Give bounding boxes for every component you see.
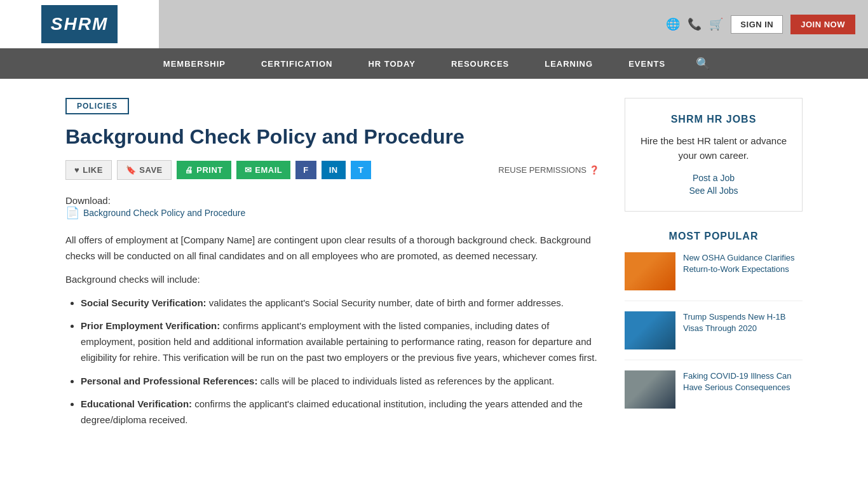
list-item: Personal and Professional References: ca… (81, 374, 599, 390)
email-button[interactable]: ✉ EMAIL (236, 161, 290, 179)
hr-jobs-widget: SHRM HR JOBS Hire the best HR talent or … (625, 98, 803, 212)
logo-section: SHRM (0, 0, 159, 48)
twitter-icon: t (358, 165, 363, 175)
content-area: POLICIES Background Check Policy and Pro… (65, 98, 599, 436)
item-term-1: Social Security Verification: (81, 297, 207, 308)
item-text-3: calls will be placed to individuals list… (257, 376, 554, 386)
like-label: LIKE (83, 165, 103, 175)
thumbnail-image-osha (625, 252, 675, 290)
sign-in-button[interactable]: SIGN IN (731, 15, 783, 34)
item-term-3: Personal and Professional References: (81, 376, 257, 386)
article-title: Background Check Policy and Procedure (65, 125, 599, 149)
most-popular-title: MOST POPULAR (625, 231, 803, 242)
reuse-permissions-button[interactable]: REUSE PERMISSIONS ❓ (498, 165, 599, 175)
email-icon: ✉ (245, 165, 252, 175)
hr-jobs-description: Hire the best HR talent or advance your … (638, 134, 789, 163)
list-item: Educational Verification: confirms the a… (81, 396, 599, 428)
most-popular-widget: MOST POPULAR New OSHA Guidance Clarifies… (625, 231, 803, 419)
popular-item-1: New OSHA Guidance Clarifies Return-to-Wo… (625, 252, 803, 301)
thumbnail-image-covid (625, 370, 675, 409)
action-bar: ♥ LIKE 🔖 SAVE 🖨 PRINT ✉ EMAIL f in (65, 160, 599, 180)
top-bar: SHRM 🌐 📞 🛒 SIGN IN JOIN NOW (0, 0, 868, 48)
download-link[interactable]: 📄 Background Check Policy and Procedure (65, 206, 599, 220)
print-button[interactable]: 🖨 PRINT (177, 161, 231, 179)
sidebar: SHRM HR JOBS Hire the best HR talent or … (625, 98, 803, 436)
popular-link-1[interactable]: New OSHA Guidance Clarifies Return-to-Wo… (683, 252, 803, 290)
document-icon: 📄 (65, 206, 79, 220)
popular-item-3: Faking COVID-19 Illness Can Have Serious… (625, 370, 803, 419)
hr-jobs-title: SHRM HR JOBS (638, 114, 789, 125)
twitter-button[interactable]: t (351, 161, 371, 179)
save-button[interactable]: 🔖 SAVE (117, 160, 172, 180)
nav-learning[interactable]: LEARNING (527, 48, 611, 79)
question-icon: ❓ (589, 165, 599, 175)
like-button[interactable]: ♥ LIKE (65, 160, 112, 180)
printer-icon: 🖨 (185, 165, 194, 175)
logo-text: SHRM (51, 14, 108, 34)
see-all-jobs-link[interactable]: See All Jobs (638, 186, 789, 196)
top-right: 🌐 📞 🛒 SIGN IN JOIN NOW (159, 0, 868, 48)
cart-icon[interactable]: 🛒 (709, 17, 723, 31)
main-nav: MEMBERSHIP CERTIFICATION HR TODAY RESOUR… (0, 48, 868, 79)
join-now-button[interactable]: JOIN NOW (790, 15, 855, 34)
download-label: Download: (65, 195, 111, 206)
facebook-button[interactable]: f (295, 161, 316, 179)
article-body: Download: 📄 Background Check Policy and … (65, 195, 599, 428)
nav-resources[interactable]: RESOURCES (433, 48, 527, 79)
item-term-4: Educational Verification: (81, 398, 192, 409)
logo[interactable]: SHRM (41, 5, 118, 43)
list-item: Prior Employment Verification: confirms … (81, 318, 599, 365)
nav-hr-today[interactable]: HR TODAY (350, 48, 433, 79)
facebook-icon: f (303, 165, 308, 175)
search-button[interactable]: 🔍 (683, 48, 722, 79)
reuse-label: REUSE PERMISSIONS (498, 165, 587, 175)
nav-membership[interactable]: MEMBERSHIP (146, 48, 243, 79)
popular-item-2: Trump Suspends New H-1B Visas Through 20… (625, 311, 803, 360)
heart-icon: ♥ (74, 165, 79, 175)
thumbnail-image-h1b (625, 311, 675, 349)
checks-list: Social Security Verification: validates … (81, 295, 599, 428)
main-container: POLICIES Background Check Policy and Pro… (53, 79, 815, 455)
download-link-text: Background Check Policy and Procedure (83, 208, 245, 218)
bookmark-icon: 🔖 (126, 165, 137, 175)
email-label: EMAIL (255, 165, 282, 175)
item-term-2: Prior Employment Verification: (81, 320, 220, 331)
popular-thumb-2 (625, 311, 675, 349)
popular-thumb-3 (625, 370, 675, 409)
item-text-1: validates the applicant's Social Securit… (207, 297, 564, 308)
phone-icon[interactable]: 📞 (688, 17, 702, 31)
intro-paragraph: All offers of employment at [Company Nam… (65, 233, 599, 264)
save-label: SAVE (139, 165, 162, 175)
nav-events[interactable]: EVENTS (611, 48, 683, 79)
nav-certification[interactable]: CERTIFICATION (243, 48, 350, 79)
list-item: Social Security Verification: validates … (81, 295, 599, 311)
linkedin-icon: in (329, 165, 338, 175)
popular-link-3[interactable]: Faking COVID-19 Illness Can Have Serious… (683, 370, 803, 409)
linkedin-button[interactable]: in (322, 161, 346, 179)
popular-thumb-1 (625, 252, 675, 290)
post-a-job-link[interactable]: Post a Job (638, 173, 789, 183)
hr-jobs-links: Post a Job See All Jobs (638, 173, 789, 196)
popular-link-2[interactable]: Trump Suspends New H-1B Visas Through 20… (683, 311, 803, 349)
print-label: PRINT (196, 165, 223, 175)
download-section: Download: 📄 Background Check Policy and … (65, 195, 599, 220)
globe-icon[interactable]: 🌐 (666, 17, 680, 31)
policies-badge: POLICIES (65, 98, 129, 114)
include-label: Background checks will include: (65, 272, 599, 288)
